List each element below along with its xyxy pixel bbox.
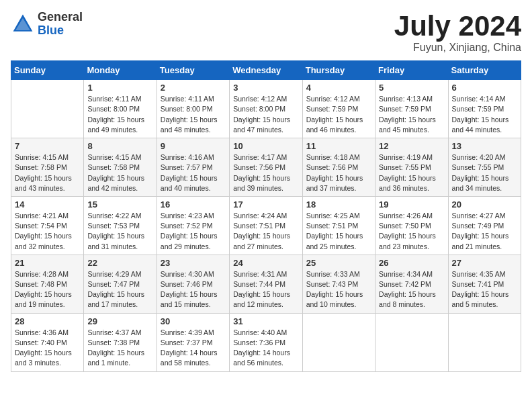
logo-blue: Blue [38,24,83,38]
calendar-body: 1Sunrise: 4:11 AM Sunset: 8:00 PM Daylig… [11,80,521,371]
day-info: Sunrise: 4:16 AM Sunset: 7:57 PM Dayligh… [161,152,226,193]
calendar-cell: 20Sunrise: 4:27 AM Sunset: 7:49 PM Dayli… [448,196,521,255]
calendar-cell: 18Sunrise: 4:25 AM Sunset: 7:51 PM Dayli… [302,196,375,255]
day-info: Sunrise: 4:37 AM Sunset: 7:38 PM Dayligh… [87,328,152,369]
calendar-cell: 4Sunrise: 4:12 AM Sunset: 7:59 PM Daylig… [302,80,375,138]
calendar-cell: 11Sunrise: 4:18 AM Sunset: 7:56 PM Dayli… [302,138,375,197]
day-number: 27 [452,258,517,268]
logo: General Blue [11,11,83,38]
day-number: 8 [87,141,152,151]
calendar-week-1: 1Sunrise: 4:11 AM Sunset: 8:00 PM Daylig… [11,80,521,138]
day-info: Sunrise: 4:12 AM Sunset: 7:59 PM Dayligh… [306,94,371,135]
day-number: 17 [233,199,298,210]
day-info: Sunrise: 4:28 AM Sunset: 7:48 PM Dayligh… [15,269,80,310]
calendar-cell: 7Sunrise: 4:15 AM Sunset: 7:58 PM Daylig… [11,138,84,197]
logo-icon [11,12,35,36]
calendar-cell: 9Sunrise: 4:16 AM Sunset: 7:57 PM Daylig… [157,138,229,197]
day-number: 25 [306,258,371,268]
day-info: Sunrise: 4:11 AM Sunset: 8:00 PM Dayligh… [161,94,226,135]
calendar-cell: 31Sunrise: 4:40 AM Sunset: 7:36 PM Dayli… [230,313,302,371]
logo-text: General Blue [38,11,83,38]
day-number: 28 [15,316,80,326]
day-number: 10 [233,141,298,151]
day-info: Sunrise: 4:13 AM Sunset: 7:59 PM Dayligh… [379,94,444,135]
day-info: Sunrise: 4:19 AM Sunset: 7:55 PM Dayligh… [379,152,444,193]
calendar-cell: 2Sunrise: 4:11 AM Sunset: 8:00 PM Daylig… [157,80,229,138]
weekday-header-friday: Friday [375,61,448,80]
calendar-cell: 21Sunrise: 4:28 AM Sunset: 7:48 PM Dayli… [11,255,84,313]
day-info: Sunrise: 4:15 AM Sunset: 7:58 PM Dayligh… [15,152,80,193]
calendar-week-2: 7Sunrise: 4:15 AM Sunset: 7:58 PM Daylig… [11,138,521,197]
day-info: Sunrise: 4:24 AM Sunset: 7:51 PM Dayligh… [233,211,298,252]
day-number: 29 [87,316,152,326]
weekday-header-sunday: Sunday [11,61,84,80]
day-info: Sunrise: 4:22 AM Sunset: 7:53 PM Dayligh… [87,211,152,252]
calendar-cell: 22Sunrise: 4:29 AM Sunset: 7:47 PM Dayli… [84,255,157,313]
calendar-cell: 13Sunrise: 4:20 AM Sunset: 7:55 PM Dayli… [448,138,521,197]
day-number: 14 [15,199,80,210]
month-title: July 2024 [394,11,521,42]
day-number: 9 [161,141,226,151]
logo-general: General [38,11,83,24]
day-info: Sunrise: 4:17 AM Sunset: 7:56 PM Dayligh… [233,152,298,193]
day-number: 5 [379,83,444,93]
day-number: 20 [452,199,517,210]
day-info: Sunrise: 4:30 AM Sunset: 7:46 PM Dayligh… [161,269,226,310]
calendar-cell: 30Sunrise: 4:39 AM Sunset: 7:37 PM Dayli… [157,313,229,371]
weekday-header-wednesday: Wednesday [230,61,302,80]
weekday-header-thursday: Thursday [302,61,375,80]
calendar-cell: 17Sunrise: 4:24 AM Sunset: 7:51 PM Dayli… [230,196,302,255]
day-number: 30 [161,316,226,326]
day-number: 31 [233,316,298,326]
calendar-cell: 1Sunrise: 4:11 AM Sunset: 8:00 PM Daylig… [84,80,157,138]
calendar-cell: 3Sunrise: 4:12 AM Sunset: 8:00 PM Daylig… [230,80,302,138]
calendar-cell: 24Sunrise: 4:31 AM Sunset: 7:44 PM Dayli… [230,255,302,313]
page-header: General Blue July 2024 Fuyun, Xinjiang, … [11,11,521,54]
day-info: Sunrise: 4:34 AM Sunset: 7:42 PM Dayligh… [379,269,444,310]
day-number: 18 [306,199,371,210]
calendar-cell: 5Sunrise: 4:13 AM Sunset: 7:59 PM Daylig… [375,80,448,138]
calendar-cell [11,80,84,138]
day-number: 19 [379,199,444,210]
calendar-cell [448,313,521,371]
calendar-week-4: 21Sunrise: 4:28 AM Sunset: 7:48 PM Dayli… [11,255,521,313]
calendar-cell: 25Sunrise: 4:33 AM Sunset: 7:43 PM Dayli… [302,255,375,313]
day-number: 7 [15,141,80,151]
day-number: 22 [87,258,152,268]
day-info: Sunrise: 4:23 AM Sunset: 7:52 PM Dayligh… [161,211,226,252]
day-info: Sunrise: 4:12 AM Sunset: 8:00 PM Dayligh… [233,94,298,135]
calendar-cell: 15Sunrise: 4:22 AM Sunset: 7:53 PM Dayli… [84,196,157,255]
day-info: Sunrise: 4:35 AM Sunset: 7:41 PM Dayligh… [452,269,517,310]
day-info: Sunrise: 4:27 AM Sunset: 7:49 PM Dayligh… [452,211,517,252]
day-number: 6 [452,83,517,93]
calendar-week-3: 14Sunrise: 4:21 AM Sunset: 7:54 PM Dayli… [11,196,521,255]
day-number: 2 [161,83,226,93]
day-info: Sunrise: 4:31 AM Sunset: 7:44 PM Dayligh… [233,269,298,310]
calendar-cell: 12Sunrise: 4:19 AM Sunset: 7:55 PM Dayli… [375,138,448,197]
day-info: Sunrise: 4:26 AM Sunset: 7:50 PM Dayligh… [379,211,444,252]
day-info: Sunrise: 4:11 AM Sunset: 8:00 PM Dayligh… [87,94,152,135]
calendar-cell: 29Sunrise: 4:37 AM Sunset: 7:38 PM Dayli… [84,313,157,371]
day-info: Sunrise: 4:25 AM Sunset: 7:51 PM Dayligh… [306,211,371,252]
calendar-cell: 28Sunrise: 4:36 AM Sunset: 7:40 PM Dayli… [11,313,84,371]
day-info: Sunrise: 4:14 AM Sunset: 7:59 PM Dayligh… [452,94,517,135]
weekday-header-monday: Monday [84,61,157,80]
day-number: 4 [306,83,371,93]
day-number: 3 [233,83,298,93]
day-number: 12 [379,141,444,151]
day-number: 26 [379,258,444,268]
day-number: 13 [452,141,517,151]
calendar-cell: 23Sunrise: 4:30 AM Sunset: 7:46 PM Dayli… [157,255,229,313]
day-number: 21 [15,258,80,268]
calendar-cell: 16Sunrise: 4:23 AM Sunset: 7:52 PM Dayli… [157,196,229,255]
day-info: Sunrise: 4:18 AM Sunset: 7:56 PM Dayligh… [306,152,371,193]
day-info: Sunrise: 4:39 AM Sunset: 7:37 PM Dayligh… [161,328,226,369]
day-number: 1 [87,83,152,93]
location: Fuyun, Xinjiang, China [394,42,521,54]
calendar-cell [375,313,448,371]
calendar-cell: 6Sunrise: 4:14 AM Sunset: 7:59 PM Daylig… [448,80,521,138]
day-info: Sunrise: 4:21 AM Sunset: 7:54 PM Dayligh… [15,211,80,252]
weekday-header-saturday: Saturday [448,61,521,80]
calendar-week-5: 28Sunrise: 4:36 AM Sunset: 7:40 PM Dayli… [11,313,521,371]
day-info: Sunrise: 4:29 AM Sunset: 7:47 PM Dayligh… [87,269,152,310]
